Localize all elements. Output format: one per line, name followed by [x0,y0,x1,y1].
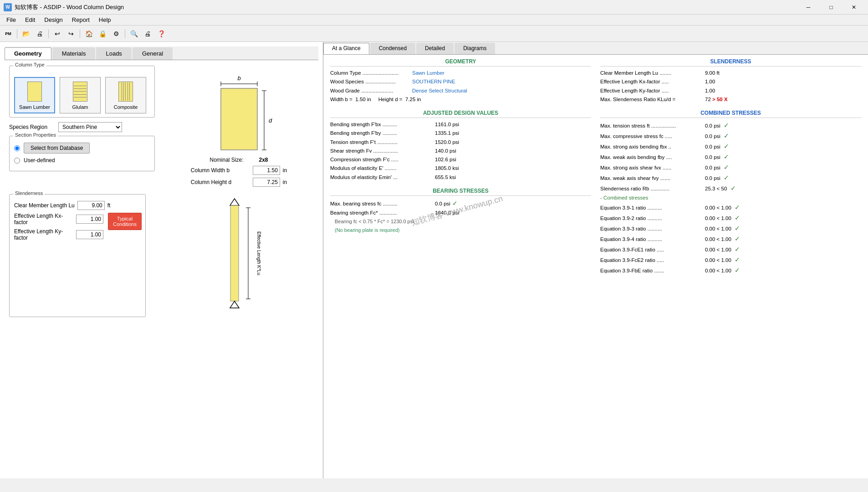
bearing-unit-1: psi [452,209,459,217]
tb-help-button[interactable]: ❓ [155,27,168,40]
comb-label-0: Max. tension stress ft ................. [600,122,705,130]
slen-kx-row: Effective Length Kx-factor ..... 1.00 [600,78,861,86]
comb-label-5: Max. weak axis shear fvy ....... [600,174,705,182]
eq-limit-5: < 1.00 [717,256,731,264]
tb-redo-button[interactable]: ↪ [65,27,77,40]
geom-wood-species-row: Wood Species ..................... SOUTH… [330,78,591,86]
tb-search-button[interactable]: 🔍 [128,27,140,40]
adjusted-design-title: ADJUSTED DESIGN VALUES [330,110,591,118]
bearing-value-0: 0.0 [435,200,442,208]
toolbar-separator-3 [80,29,80,38]
typical-conditions-button[interactable]: TypicalConditions [108,213,142,230]
ky-input[interactable] [76,230,103,239]
height-input[interactable] [253,178,280,187]
select-db-button[interactable]: Select from Database [24,143,90,154]
bearing-row-1: Bearing strength Fc* ............1640.0 … [330,209,591,217]
tb-lock-button[interactable]: 🔒 [96,27,109,40]
eq-check-3: ✓ [735,234,740,244]
adj-unit-3: psi [449,147,456,155]
menu-report[interactable]: Report [67,15,94,24]
comb-unit-6: < 50 [717,185,727,193]
height-unit: in [283,179,287,185]
tab-condensed[interactable]: Condensed [370,43,415,54]
eq-limit-4: < 1.00 [717,246,731,254]
eq-value-2: 0.00 [705,225,715,233]
col-type-composite[interactable]: Composite [105,77,146,113]
geometry-title: GEOMETRY [330,58,591,67]
adj-unit-5: ksi [452,164,459,172]
comb-label-2: Max. strong axis bending fbx .. [600,143,705,151]
width-input[interactable] [253,166,280,175]
comb-label-1: Max. compressive stress fc ..... [600,133,705,140]
radio-user-row: User-defined [14,157,150,164]
cross-section-diagram: b d Nominal Size: 2x8 [164,66,314,190]
tab-materials[interactable]: Materials [52,47,96,60]
tb-open-button[interactable]: 📂 [20,27,32,40]
radio-db[interactable] [14,145,20,151]
maximize-button[interactable]: □ [821,0,842,15]
col-type-sawn[interactable]: Sawn Lumber [14,77,55,113]
tb-print-button[interactable]: 🖨 [33,27,46,40]
species-region-select[interactable]: Southern Pine Douglas Fir Hem-Fir Spruce… [58,122,122,132]
combined-stress-rows: Max. tension stress ft .................… [600,121,861,193]
geom-height-unit: in [415,96,421,103]
kx-input[interactable] [76,215,103,224]
menu-design[interactable]: Design [40,15,67,24]
menu-file[interactable]: File [2,15,20,24]
tb-pm-button[interactable]: PM [2,27,15,40]
bearing-row-0: Max. bearing stress fc ..........0.0 psi… [330,199,591,208]
combined-row-4: Max. strong axis shear fvx ......0.0 psi… [600,163,861,172]
slen-member-length-value: 9.00 [705,69,715,77]
adj-value-0: 1161.0 [435,121,451,128]
adj-row-5: Modulus of elasticity E' ........1805.0 … [330,164,591,172]
adj-label-2: Tension strength F't .............. [330,138,435,146]
adj-label-1: Bending strength F'by .......... [330,129,435,137]
main-layout: Geometry Materials Loads General Column … [0,42,868,478]
geom-col-type-label: Column Type ......................... [330,69,412,77]
menu-edit[interactable]: Edit [20,15,40,24]
clear-length-input[interactable] [77,201,105,210]
tab-diagrams[interactable]: Diagrams [454,43,495,54]
bottom-area: Slenderness Clear Member Length Lu ft Ef… [9,194,314,322]
tab-loads[interactable]: Loads [96,47,131,60]
combined-row-5: Max. weak axis shear fvy .......0.0 psi … [600,173,861,183]
composite-label: Composite [114,104,138,110]
tab-detailed[interactable]: Detailed [416,43,454,54]
clear-length-row: Clear Member Length Lu ft [14,201,141,210]
tab-geometry[interactable]: Geometry [5,47,51,60]
tab-general[interactable]: General [133,47,173,60]
width-row: Column Width b in [191,166,287,175]
geom-width-unit: in [366,96,378,103]
combined-row-2: Max. strong axis bending fbx ..0.0 psi ✓ [600,142,861,151]
adj-value-4: 102.6 [435,156,448,164]
tb-undo-button[interactable]: ↩ [51,27,64,40]
slen-ratio-label: Max. Slenderness Ratio KLu/d = [600,96,705,103]
tb-home-button[interactable]: 🏠 [82,27,95,40]
slen-kx-label: Effective Length Kx-factor ..... [600,78,705,86]
nominal-size-value: 2x8 [259,157,268,163]
species-region-row: Species Region Southern Pine Douglas Fir… [9,122,155,132]
eq-row-1: Equation 3.9-2 ratio ..........0.00 < 1.… [600,213,861,223]
radio-user[interactable] [14,158,20,164]
col-type-glulam[interactable]: Glulam [60,77,101,113]
comb-value-2: 0.0 [705,143,712,151]
slen-member-length-label: Clear Member Length Lu ........ [600,69,705,77]
tab-at-a-glance[interactable]: At a Glance [323,43,369,54]
tb-print2-button[interactable]: 🖨 [141,27,154,40]
adjusted-design-rows: Bending strength F'bx ..........1161.0 p… [330,121,591,181]
bearing-check-0: ✓ [452,199,458,208]
adj-label-4: Compression strength F'c ..... [330,156,435,164]
eq-check-1: ✓ [735,213,740,223]
close-button[interactable]: ✕ [843,0,864,15]
minimize-button[interactable]: ─ [798,0,819,15]
geom-wood-grade-row: Wood Grade ...................... Dense … [330,87,591,95]
menu-help[interactable]: Help [94,15,116,24]
right-tab-bar: At a Glance Condensed Detailed Diagrams [323,42,868,55]
window-controls: ─ □ ✕ [798,0,864,15]
adj-row-6: Modulus of elasticity Emin' ...655.5 ksi [330,174,591,181]
toolbar-separator-1 [17,29,17,38]
tb-settings-button[interactable]: ⚙ [110,27,123,40]
eq-label-3: Equation 3.9-4 ratio .......... [600,236,705,243]
column-type-group: Column Type Sawn Lumber [9,66,155,118]
section-properties-label: Section Properties [13,132,58,138]
